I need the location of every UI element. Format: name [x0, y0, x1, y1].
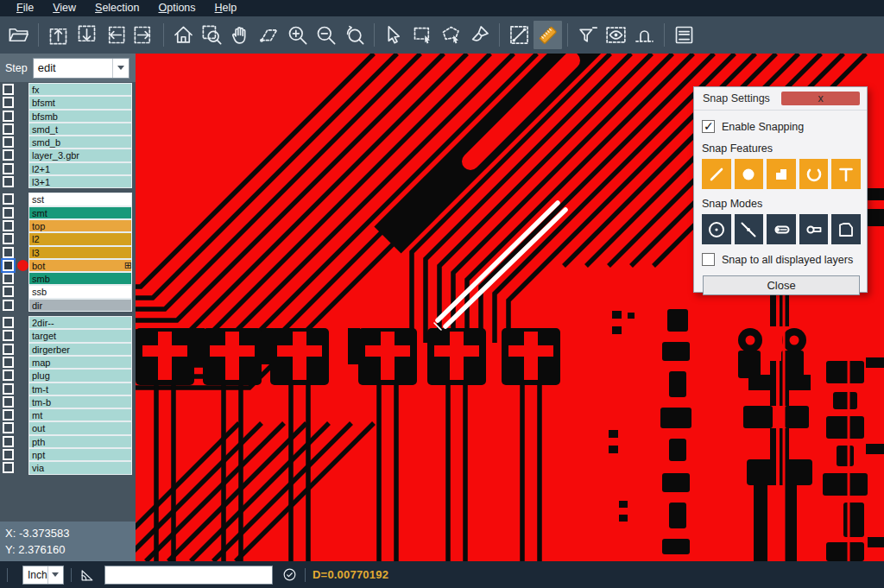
layer-row[interactable]: layer_3.gbr — [0, 149, 136, 161]
layer-row[interactable]: 2dir-- — [0, 316, 136, 329]
layer-row[interactable]: pth — [0, 435, 136, 448]
measure-ruler-button[interactable] — [534, 21, 562, 49]
layer-row[interactable]: l3+1 — [0, 175, 136, 188]
layer-visibility-checkbox[interactable] — [3, 449, 14, 460]
layer-label[interactable]: l3 — [28, 246, 132, 259]
apply-circle-icon[interactable] — [281, 566, 298, 583]
menu-file[interactable]: File — [7, 1, 43, 16]
layer-row[interactable]: sst — [0, 193, 136, 205]
layer-row[interactable]: dirgerber — [0, 343, 136, 356]
layer-visibility-checkbox[interactable] — [3, 409, 14, 420]
layer-row[interactable]: smd_t — [0, 123, 136, 136]
snap-all-layers-row[interactable]: Snap to all displayed layers — [702, 253, 861, 266]
layer-label[interactable]: fx — [28, 83, 132, 96]
enable-snapping-row[interactable]: Enable Snapping — [702, 120, 861, 133]
layer-row-selected[interactable]: bot ⊞ — [0, 259, 136, 272]
layer-visibility-checkbox[interactable] — [3, 123, 14, 135]
layer-visibility-checkbox[interactable] — [3, 357, 14, 368]
layer-visibility-checkbox[interactable] — [3, 422, 14, 433]
layer-row[interactable]: ssb — [0, 285, 136, 298]
layer-visibility-checkbox[interactable] — [3, 111, 14, 122]
layer-row[interactable]: l2 — [0, 232, 136, 245]
layer-visibility-checkbox[interactable] — [3, 260, 14, 271]
layer-visibility-checkbox[interactable] — [3, 84, 14, 95]
layer-label[interactable]: l3+1 — [28, 175, 132, 188]
step-select-button[interactable] — [112, 59, 129, 78]
layer-visibility-checkbox[interactable] — [3, 176, 14, 187]
close-button[interactable]: Close — [703, 275, 860, 295]
layer-row[interactable]: via — [0, 461, 136, 474]
shift-up-button[interactable] — [44, 21, 73, 49]
unit-select[interactable]: Inch — [22, 566, 64, 585]
layer-row[interactable]: fx — [0, 83, 136, 96]
layer-row[interactable]: tm-b — [0, 395, 136, 408]
snap-mode-center-button[interactable] — [702, 214, 731, 244]
layer-visibility-checkbox[interactable] — [3, 317, 14, 328]
layer-row[interactable]: top — [0, 219, 136, 232]
layer-label[interactable]: 2dir-- — [28, 316, 132, 329]
layer-row[interactable]: bfsmt — [0, 96, 136, 109]
snap-feature-line-button[interactable] — [702, 159, 731, 189]
snap-mode-vertex-button[interactable] — [831, 214, 861, 244]
layer-label[interactable]: dir — [28, 299, 132, 312]
layer-row[interactable]: map — [0, 356, 136, 369]
layer-label[interactable]: l2+1 — [28, 162, 132, 175]
layer-row[interactable]: smt — [0, 206, 136, 219]
snap-feature-pad-button[interactable] — [735, 159, 764, 189]
layer-label[interactable]: map — [28, 356, 132, 369]
select-rectangle-button[interactable] — [408, 21, 437, 49]
layer-label[interactable]: bot — [28, 259, 132, 272]
zoom-in-button[interactable] — [283, 21, 312, 49]
dialog-title-bar[interactable]: Snap Settings x — [694, 87, 867, 111]
angle-measure-icon[interactable] — [79, 566, 96, 584]
layer-label[interactable]: npt — [28, 448, 132, 461]
layer-row[interactable]: bfsmb — [0, 110, 136, 123]
layer-visibility-checkbox[interactable] — [3, 97, 14, 108]
layer-label[interactable]: smb — [28, 272, 132, 285]
layer-label[interactable]: smd_t — [28, 123, 132, 136]
filter-button[interactable] — [573, 21, 602, 49]
clean-brush-button[interactable] — [465, 21, 494, 49]
measure-input[interactable] — [104, 566, 273, 585]
layer-label[interactable]: layer_3.gbr — [28, 149, 132, 161]
layer-visibility-checkbox[interactable] — [3, 300, 14, 311]
layer-label[interactable]: via — [28, 461, 132, 474]
open-file-button[interactable] — [4, 21, 33, 49]
layer-row[interactable]: plug — [0, 369, 136, 382]
snap-feature-arc-button[interactable] — [799, 159, 829, 189]
layer-visibility-checkbox[interactable] — [3, 233, 14, 244]
snap-feature-text-button[interactable] — [831, 159, 861, 189]
menu-selection[interactable]: Selection — [85, 1, 148, 16]
shift-left-button[interactable] — [101, 21, 129, 49]
layer-visibility-checkbox[interactable] — [3, 207, 14, 218]
layer-label[interactable]: tm-b — [28, 395, 132, 408]
pcb-canvas[interactable]: Snap Settings x Enable Snapping Snap Fea… — [136, 54, 884, 561]
snap-feature-surface-button[interactable] — [767, 159, 796, 189]
layer-label[interactable]: dirgerber — [28, 343, 132, 356]
layer-label[interactable]: mt — [28, 408, 132, 421]
layer-visibility-checkbox[interactable] — [3, 220, 14, 231]
dialog-close-icon[interactable]: x — [781, 92, 860, 105]
layer-visibility-checkbox[interactable] — [3, 286, 14, 297]
layer-visibility-checkbox[interactable] — [3, 163, 14, 174]
layer-row[interactable]: smb — [0, 272, 136, 285]
menu-options[interactable]: Options — [148, 1, 205, 16]
layer-label[interactable]: bfsmt — [28, 96, 132, 109]
layer-visibility-checkbox[interactable] — [3, 436, 14, 447]
layer-label[interactable]: out — [28, 421, 132, 434]
layer-label[interactable]: target — [28, 329, 132, 342]
layer-row[interactable]: l2+1 — [0, 162, 136, 175]
layer-row[interactable]: target — [0, 329, 136, 342]
snap-button[interactable] — [630, 21, 659, 49]
select-pointer-button[interactable] — [380, 21, 408, 49]
layer-visibility-checkbox[interactable] — [3, 193, 14, 205]
zoom-home-button[interactable] — [169, 21, 198, 49]
enable-snapping-checkbox[interactable] — [702, 120, 715, 133]
pan-hand-button[interactable] — [226, 21, 255, 49]
zoom-object-button[interactable] — [255, 21, 283, 49]
snap-all-layers-checkbox[interactable] — [702, 253, 715, 266]
layer-row[interactable]: l3 — [0, 246, 136, 259]
layer-visibility-checkbox[interactable] — [3, 149, 14, 161]
menu-view[interactable]: View — [43, 1, 85, 16]
snap-mode-closest-button[interactable] — [735, 214, 764, 244]
